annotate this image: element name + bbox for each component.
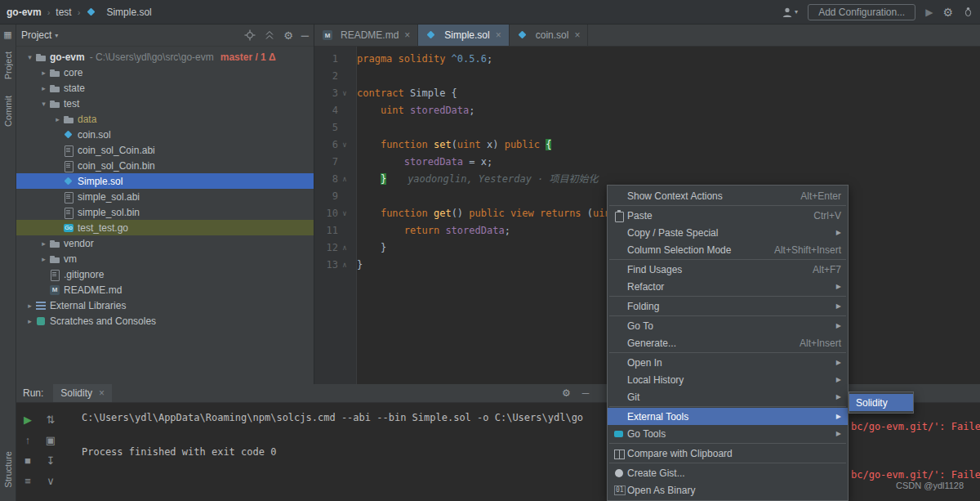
fold-up-icon[interactable]: ∧: [338, 239, 351, 257]
menu-item-git[interactable]: Git▶: [608, 388, 848, 405]
rerun-button[interactable]: ▶: [24, 409, 32, 430]
menu-item-label: Go Tools: [627, 428, 828, 440]
hide-console-icon[interactable]: ─: [582, 387, 590, 399]
tree-item-gitignore[interactable]: .gitignore: [16, 266, 314, 282]
fold-down-icon[interactable]: ∨: [338, 136, 351, 154]
chevron-down-icon[interactable]: ▾: [38, 100, 49, 108]
debug-bug-icon[interactable]: [963, 7, 973, 17]
tree-item-simple-sol-bin[interactable]: simple_sol.bin: [16, 204, 314, 220]
tree-item-data[interactable]: ▸data: [16, 111, 314, 127]
tool-button-project[interactable]: Project: [3, 51, 13, 79]
menu-item-label: Refactor: [627, 281, 828, 293]
chevron-right-icon[interactable]: ▸: [38, 239, 49, 248]
close-icon[interactable]: ×: [496, 29, 501, 41]
fold-up-icon[interactable]: ∧: [338, 257, 351, 274]
run-options-icon[interactable]: ≡: [24, 471, 31, 491]
fold-down-icon[interactable]: ∨: [338, 205, 351, 222]
menu-item-show-context-actions[interactable]: Show Context ActionsAlt+Enter: [608, 187, 848, 204]
tree-item-state[interactable]: ▸state: [16, 80, 314, 96]
menu-shortcut: Ctrl+V: [813, 210, 841, 221]
breadcrumb-folder[interactable]: test: [56, 7, 71, 18]
tree-item-external-libraries[interactable]: ▸External Libraries: [16, 297, 314, 313]
chevron-right-icon[interactable]: ▸: [24, 302, 35, 310]
md-icon: [49, 284, 60, 296]
menu-item-local-history[interactable]: Local History▶: [608, 371, 848, 388]
menu-item-generate[interactable]: Generate...Alt+Insert: [608, 334, 848, 351]
menu-item-go-tools[interactable]: Go Tools▶: [608, 425, 848, 442]
soft-wrap-icon[interactable]: ▣: [46, 430, 56, 450]
tree-item-readme-md[interactable]: README.md: [16, 282, 314, 297]
chevron-right-icon[interactable]: ▸: [38, 69, 49, 77]
tree-item-vm[interactable]: ▸vm: [16, 251, 314, 266]
panel-settings-gear-icon[interactable]: ⚙: [283, 29, 293, 42]
menu-item-paste[interactable]: PasteCtrl+V: [608, 207, 848, 224]
close-icon[interactable]: ×: [404, 29, 410, 41]
console-settings-gear-icon[interactable]: ⚙: [562, 387, 571, 399]
run-button[interactable]: ▶: [925, 7, 933, 18]
chevron-down-icon[interactable]: ▾: [24, 53, 35, 61]
tree-item-coin-sol[interactable]: coin.sol: [16, 127, 314, 142]
menu-shortcut: Alt+Insert: [800, 338, 841, 349]
collapse-all-icon[interactable]: ∨: [47, 471, 55, 491]
scratch-icon: [35, 315, 47, 327]
chevron-right-icon[interactable]: ▸: [38, 84, 49, 92]
line-number: 8: [320, 171, 338, 188]
menu-item-compare-with-clipboard[interactable]: Compare with Clipboard: [608, 445, 848, 462]
close-icon[interactable]: ×: [574, 29, 580, 41]
tool-button-structure[interactable]: Structure: [3, 451, 13, 488]
breadcrumb-file[interactable]: Simple.sol: [106, 7, 151, 18]
tab-simple-sol[interactable]: Simple.sol×: [418, 25, 509, 46]
folder-icon: [49, 67, 60, 78]
code-line: function set(uint x) public {: [357, 136, 980, 154]
menu-item-folding[interactable]: Folding▶: [608, 297, 848, 315]
submenu-item-solidity[interactable]: Solidity: [849, 394, 913, 411]
tree-item-test[interactable]: ▾test: [16, 96, 314, 111]
menu-item-external-tools[interactable]: External Tools▶: [608, 408, 848, 425]
tree-item-path: - C:\Users\ydl\go\src\go-evm: [90, 51, 214, 63]
menu-item-column-selection-mode[interactable]: Column Selection ModeAlt+Shift+Insert: [608, 241, 848, 258]
tree-item-go-evm[interactable]: ▾go-evm- C:\Users\ydl\go\src\go-evmmaste…: [16, 49, 314, 65]
add-configuration-button[interactable]: Add Configuration...: [808, 4, 915, 20]
stop-button[interactable]: ■: [24, 450, 31, 471]
tree-item-core[interactable]: ▸core: [16, 65, 314, 80]
menu-item-create-gist[interactable]: Create Gist...: [608, 464, 848, 481]
chevron-right-icon[interactable]: ▸: [52, 115, 63, 123]
collapse-all-icon[interactable]: [264, 29, 275, 41]
close-icon[interactable]: ×: [99, 387, 105, 399]
menu-item-open-as-binary[interactable]: Open As Binary: [608, 481, 848, 499]
menu-item-refactor[interactable]: Refactor▶: [608, 278, 848, 295]
user-account-button[interactable]: ▾: [782, 7, 798, 18]
menu-item-go-to[interactable]: Go To▶: [608, 317, 848, 334]
tree-item-vendor[interactable]: ▸vendor: [16, 235, 314, 251]
line-number: 7: [320, 154, 338, 171]
tree-item-simple-sol[interactable]: Simple.sol: [16, 173, 314, 189]
menu-item-copy-paste-special[interactable]: Copy / Paste Special▶: [608, 224, 848, 241]
hide-panel-icon[interactable]: ─: [301, 29, 309, 42]
tab-coin-sol[interactable]: coin.sol×: [510, 25, 589, 46]
tree-item-simple-sol-abi[interactable]: simple_sol.abi: [16, 189, 314, 204]
tree-item-test-test-go[interactable]: test_test.go: [16, 220, 314, 235]
tool-button-commit[interactable]: Commit: [3, 96, 13, 127]
menu-icon-slot: [611, 263, 627, 276]
menu-item-open-in[interactable]: Open In▶: [608, 354, 848, 371]
line-number: 4: [320, 102, 338, 119]
tree-item-coin-sol-coin-abi[interactable]: coin_sol_Coin.abi: [16, 142, 314, 158]
run-tab-solidity[interactable]: Solidity ×: [53, 384, 112, 402]
tree-item-scratches-and-consoles[interactable]: ▸Scratches and Consoles: [16, 313, 314, 329]
scroll-to-end-icon[interactable]: ↧: [47, 450, 56, 471]
tree-item-coin-sol-coin-bin[interactable]: coin_sol_Coin.bin: [16, 158, 314, 173]
menu-item-find-usages[interactable]: Find UsagesAlt+F7: [608, 261, 848, 278]
file-icon: [63, 207, 74, 218]
fold-down-icon[interactable]: ∨: [338, 85, 351, 102]
locate-file-icon[interactable]: [244, 29, 256, 41]
sort-icon[interactable]: ⇅: [47, 409, 56, 430]
chevron-right-icon[interactable]: ▸: [38, 255, 49, 263]
submenu-arrow-icon: ▶: [836, 322, 841, 329]
settings-gear-icon[interactable]: ⚙: [942, 6, 953, 19]
tab-readme-md[interactable]: README.md×: [314, 25, 418, 46]
chevron-right-icon[interactable]: ▸: [24, 317, 35, 325]
project-panel-title[interactable]: Project: [21, 29, 51, 41]
up-stack-trace-icon[interactable]: ↑: [25, 430, 31, 450]
fold-up-icon[interactable]: ∧: [338, 171, 351, 188]
breadcrumb-project[interactable]: go-evm: [7, 7, 42, 18]
